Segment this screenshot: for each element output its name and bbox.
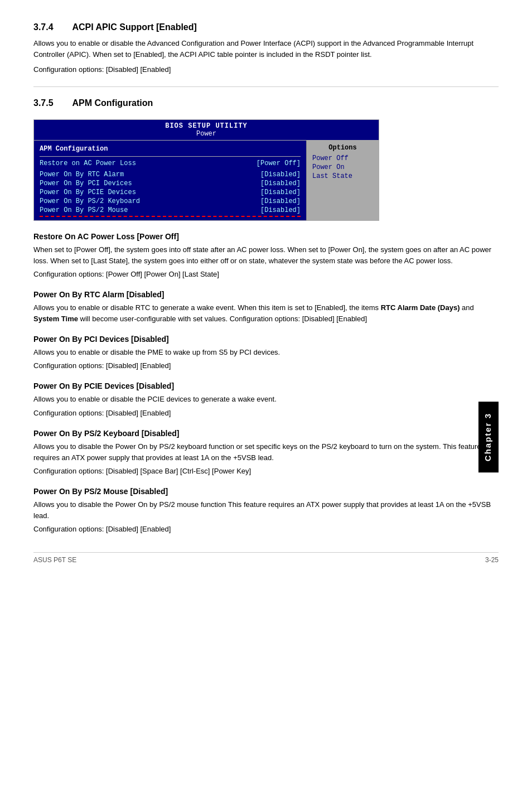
subsection-restore-ac-body: When set to [Power Off], the system goes…: [33, 244, 499, 267]
bios-options-panel: Options Power Off Power On Last State: [306, 141, 379, 220]
subsection-restore-ac-config: Configuration options: [Power Off] [Powe…: [33, 269, 499, 280]
bios-label-4: Power On By PCIE Devices: [40, 189, 151, 196]
bios-option-0: Power Off: [312, 154, 373, 163]
subsection-power-ps2-mouse: Power On By PS/2 Mouse [Disabled] Allows…: [33, 487, 499, 535]
chapter-sidebar: Chapter 3: [478, 402, 499, 472]
subsection-power-ps2-keyboard-title: Power On By PS/2 Keyboard [Disabled]: [33, 429, 499, 438]
bios-label-3: Power On By PCI Devices: [40, 180, 151, 187]
bios-row-0: Restore on AC Power Loss [Power Off]: [40, 159, 301, 168]
bios-dashed-border: [40, 216, 301, 217]
subsection-power-ps2-mouse-title: Power On By PS/2 Mouse [Disabled]: [33, 487, 499, 496]
bios-label-2: Power On By RTC Alarm: [40, 171, 151, 178]
subsection-power-ps2-mouse-config: Configuration options: [Disabled] [Enabl…: [33, 524, 499, 535]
bios-label-0: Restore on AC Power Loss: [40, 160, 151, 167]
bios-label-5: Power On By PS/2 Keyboard: [40, 197, 151, 205]
rtc-bold-1: RTC Alarm Date (Days): [381, 303, 460, 312]
section-374-title: 3.7.4 ACPI APIC Support [Enabled]: [33, 22, 499, 32]
bios-label-6: Power On By PS/2 Mouse: [40, 206, 151, 214]
section-374-description: Allows you to enable or disable the Adva…: [33, 38, 499, 60]
bios-value-4: [Disabled]: [260, 189, 301, 196]
subsection-restore-ac-title: Restore On AC Power Loss [Power Off]: [33, 232, 499, 241]
bios-row-3: Power On By PCI Devices [Disabled]: [40, 179, 301, 188]
section-374: 3.7.4 ACPI APIC Support [Enabled] Allows…: [33, 22, 499, 75]
subsection-power-pci-body: Allows you to enable or disable the PME …: [33, 347, 499, 358]
subsection-power-rtc: Power On By RTC Alarm [Disabled] Allows …: [33, 290, 499, 325]
subsection-power-ps2-keyboard-body: Allows you to disable the Power On by PS…: [33, 441, 499, 463]
subsection-power-ps2-keyboard-config: Configuration options: [Disabled] [Space…: [33, 466, 499, 477]
bios-header: BIOS SETUP UTILITY Power: [34, 120, 379, 141]
bios-value-3: [Disabled]: [260, 180, 301, 187]
bios-option-2: Last State: [312, 172, 373, 181]
bios-main-divider: [40, 156, 301, 157]
subsection-power-rtc-body: Allows you to enable or disable RTC to g…: [33, 302, 499, 325]
subsection-power-ps2-mouse-body: Allows you to disable the Power On by PS…: [33, 499, 499, 521]
bios-subtitle: Power: [36, 130, 376, 138]
bios-ui-box: BIOS SETUP UTILITY Power APM Configurati…: [33, 119, 379, 221]
subsection-power-pci-config: Configuration options: [Disabled] [Enabl…: [33, 360, 499, 371]
bios-options-title: Options: [312, 144, 373, 152]
page-footer: ASUS P6T SE 3-25: [33, 552, 499, 564]
rtc-bold-2: System Time: [33, 315, 78, 323]
bios-option-1: Power On: [312, 163, 373, 172]
section-375: 3.7.5 APM Configuration BIOS SETUP UTILI…: [33, 98, 499, 535]
subsection-power-pcie: Power On By PCIE Devices [Disabled] Allo…: [33, 381, 499, 418]
footer-left: ASUS P6T SE: [33, 556, 76, 564]
bios-row-5: Power On By PS/2 Keyboard [Disabled]: [40, 197, 301, 206]
bios-row-2: Power On By RTC Alarm [Disabled]: [40, 170, 301, 179]
section-divider: [33, 86, 499, 87]
subsection-power-pci-title: Power On By PCI Devices [Disabled]: [33, 335, 499, 344]
section-375-title: 3.7.5 APM Configuration: [33, 98, 499, 108]
subsection-restore-ac: Restore On AC Power Loss [Power Off] Whe…: [33, 232, 499, 280]
bios-value-6: [Disabled]: [260, 206, 301, 214]
bios-section-label: APM Configuration: [40, 144, 301, 154]
subsection-power-pcie-config: Configuration options: [Disabled] [Enabl…: [33, 408, 499, 419]
bios-row-6: Power On By PS/2 Mouse [Disabled]: [40, 206, 301, 215]
subsection-power-ps2-keyboard: Power On By PS/2 Keyboard [Disabled] All…: [33, 429, 499, 477]
bios-title: BIOS SETUP UTILITY: [36, 122, 376, 130]
bios-value-0: [Power Off]: [257, 160, 301, 167]
subsection-power-pci: Power On By PCI Devices [Disabled] Allow…: [33, 335, 499, 371]
section-374-config: Configuration options: [Disabled] [Enabl…: [33, 64, 499, 75]
bios-body: APM Configuration Restore on AC Power Lo…: [34, 141, 379, 220]
bios-main-panel: APM Configuration Restore on AC Power Lo…: [34, 141, 306, 220]
footer-right: 3-25: [485, 556, 499, 564]
subsection-power-rtc-title: Power On By RTC Alarm [Disabled]: [33, 290, 499, 299]
subsection-power-pcie-body: Allows you to enable or disable the PCIE…: [33, 394, 499, 405]
bios-value-5: [Disabled]: [260, 197, 301, 205]
bios-value-2: [Disabled]: [260, 171, 301, 178]
bios-row-4: Power On By PCIE Devices [Disabled]: [40, 188, 301, 197]
subsection-power-pcie-title: Power On By PCIE Devices [Disabled]: [33, 381, 499, 390]
